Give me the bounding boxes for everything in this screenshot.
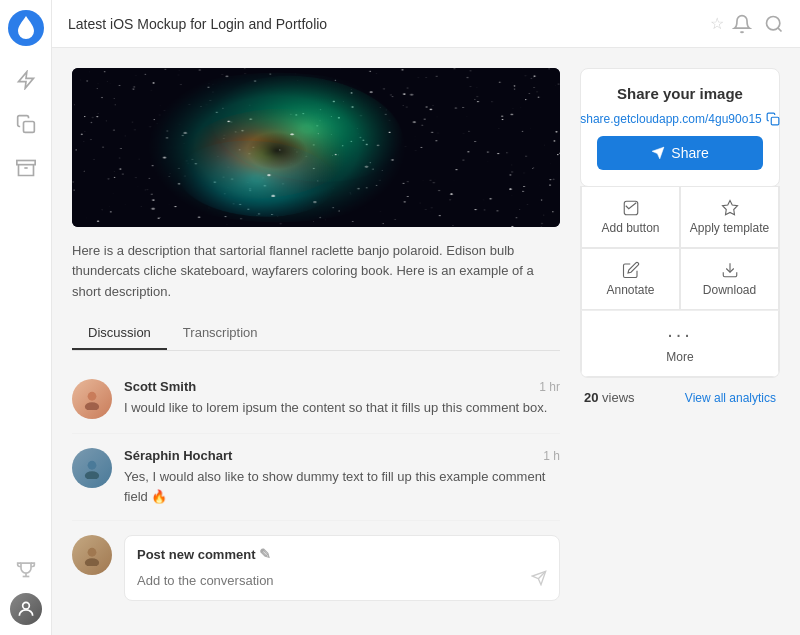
download-action[interactable]: Download (680, 248, 779, 310)
sidebar-bottom (10, 553, 42, 625)
page-title: Latest iOS Mockup for Login and Portfoli… (68, 16, 698, 32)
topbar-icons (732, 14, 784, 34)
svg-point-5 (22, 602, 29, 609)
svg-point-9 (85, 402, 99, 410)
avatar-seraph (72, 448, 112, 488)
user-avatar-sidebar[interactable] (10, 593, 42, 625)
more-dots-icon: ··· (667, 323, 693, 346)
comment-body-scott: Scott Smith 1 hr I would like to lorem i… (124, 379, 560, 419)
comment-name-scott: Scott Smith (124, 379, 196, 394)
new-comment-input-row[interactable] (137, 570, 547, 590)
topbar: Latest iOS Mockup for Login and Portfoli… (52, 0, 800, 48)
new-comment-label: Post new comment ✎ (137, 546, 547, 562)
svg-point-10 (88, 461, 97, 470)
svg-point-13 (85, 558, 99, 566)
svg-point-6 (767, 16, 780, 29)
comment-body-seraph: Séraphin Hochart 1 h Yes, I would also l… (124, 448, 560, 506)
more-label: More (666, 350, 693, 364)
search-icon[interactable] (764, 14, 784, 34)
tab-transcription[interactable]: Transcription (167, 317, 274, 350)
send-icon[interactable] (531, 570, 547, 590)
svg-rect-3 (16, 161, 34, 165)
main-area: Latest iOS Mockup for Login and Portfoli… (52, 0, 800, 635)
tabs: Discussion Transcription (72, 317, 560, 351)
annotate-action[interactable]: Annotate (581, 248, 680, 310)
new-comment-area: Post new comment ✎ (72, 521, 560, 615)
tab-discussion[interactable]: Discussion (72, 317, 167, 350)
comment-header-scott: Scott Smith 1 hr (124, 379, 560, 394)
svg-marker-1 (18, 72, 33, 89)
svg-marker-18 (652, 147, 664, 159)
svg-point-12 (88, 548, 97, 557)
add-button-label: Add button (601, 221, 659, 235)
trophy-icon[interactable] (10, 553, 42, 585)
comment-header-seraph: Séraphin Hochart 1 h (124, 448, 560, 463)
annotate-label: Annotate (606, 283, 654, 297)
apply-template-action[interactable]: Apply template (680, 186, 779, 248)
more-action[interactable]: ··· More (581, 310, 779, 377)
svg-rect-16 (771, 117, 779, 125)
notification-icon[interactable] (732, 14, 752, 34)
new-comment-input[interactable] (137, 573, 531, 588)
svg-point-8 (88, 392, 97, 401)
comment-time-scott: 1 hr (539, 380, 560, 394)
copy-icon[interactable] (8, 106, 44, 142)
left-column: Here is a description that sartorial fla… (72, 68, 560, 615)
views-count: 20 views (584, 390, 635, 405)
action-grid: Add button Apply template Annotate (580, 186, 780, 378)
stats-bar: 20 views View all analytics (580, 378, 780, 409)
svg-point-11 (85, 471, 99, 479)
new-comment-edit-icon: ✎ (259, 546, 271, 562)
avatar-scott (72, 379, 112, 419)
svg-line-7 (778, 27, 782, 31)
share-title: Share your image (617, 85, 743, 102)
description-text: Here is a description that sartorial fla… (72, 241, 560, 303)
apply-template-label: Apply template (690, 221, 769, 235)
comments-list: Scott Smith 1 hr I would like to lorem i… (72, 365, 560, 615)
new-comment-box: Post new comment ✎ (124, 535, 560, 601)
comment-name-seraph: Séraphin Hochart (124, 448, 232, 463)
comment-item: Scott Smith 1 hr I would like to lorem i… (72, 365, 560, 434)
comment-item: Séraphin Hochart 1 h Yes, I would also l… (72, 434, 560, 521)
app-logo[interactable] (8, 10, 44, 46)
archive-icon[interactable] (8, 150, 44, 186)
sidebar (0, 0, 52, 635)
add-button-action[interactable]: Add button (581, 186, 680, 248)
right-panel: Share your image share.getcloudapp.com/4… (580, 68, 780, 615)
share-card: Share your image share.getcloudapp.com/4… (580, 68, 780, 187)
comment-text-seraph: Yes, I would also like to show dummy tex… (124, 467, 560, 506)
svg-rect-2 (23, 122, 34, 133)
share-link[interactable]: share.getcloudapp.com/4gu90o15 (580, 112, 779, 126)
star-icon[interactable]: ☆ (710, 14, 724, 33)
avatar-post (72, 535, 112, 575)
lightning-icon[interactable] (8, 62, 44, 98)
comment-text-scott: I would like to lorem ipsum the content … (124, 398, 560, 418)
main-image (72, 68, 560, 227)
download-label: Download (703, 283, 756, 297)
analytics-link[interactable]: View all analytics (685, 391, 776, 405)
share-button[interactable]: Share (597, 136, 763, 170)
content-area: Here is a description that sartorial fla… (52, 48, 800, 635)
comment-time-seraph: 1 h (543, 449, 560, 463)
